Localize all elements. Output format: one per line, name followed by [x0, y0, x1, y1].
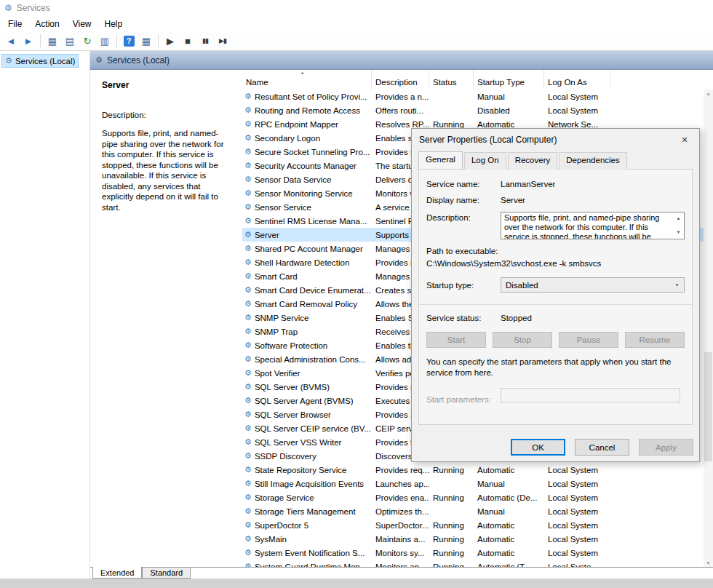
- menu-help[interactable]: Help: [98, 17, 130, 31]
- column-header-name[interactable]: Name▲: [242, 70, 372, 90]
- show-console-tree-icon[interactable]: ▦: [44, 33, 60, 49]
- path-label: Path to executable:: [426, 247, 685, 255]
- description-label: Description:: [102, 111, 234, 119]
- help-icon[interactable]: ?: [121, 33, 137, 49]
- service-icon: ⚙: [244, 202, 252, 212]
- service-name-value: LanmanServer: [501, 180, 555, 188]
- column-header-status[interactable]: Status: [429, 70, 474, 90]
- dialog-tabs: GeneralLog OnRecoveryDependencies: [412, 150, 699, 169]
- dialog-tab-log-on[interactable]: Log On: [464, 152, 506, 170]
- dialog-title: Server Properties (Local Computer): [419, 135, 557, 145]
- service-icon: ⚙: [244, 299, 252, 309]
- tree-item-services-local[interactable]: ⚙ Services (Local): [1, 54, 79, 68]
- dialog-description-box[interactable]: Supports file, print, and named-pipe sha…: [501, 212, 685, 239]
- service-icon: ⚙: [244, 562, 252, 567]
- start-parameters-input[interactable]: [501, 388, 680, 402]
- dialog-tab-general[interactable]: General: [418, 151, 463, 169]
- table-row[interactable]: ⚙Storage Tiers ManagementOptimizes th...…: [242, 504, 704, 518]
- column-header-description[interactable]: Description: [372, 70, 429, 90]
- service-description: Provides a n...: [372, 90, 429, 103]
- stop-button[interactable]: Stop: [493, 332, 552, 348]
- service-status: Running: [429, 546, 474, 560]
- scrollbar-thumb[interactable]: [704, 352, 712, 461]
- close-icon[interactable]: ×: [670, 129, 699, 150]
- table-row[interactable]: ⚙Routing and Remote AccessOffers routi..…: [242, 103, 704, 117]
- service-startup-type: Automatic: [474, 463, 544, 477]
- start-button[interactable]: Start: [426, 332, 486, 348]
- back-icon[interactable]: ◄: [3, 33, 19, 49]
- resume-button[interactable]: Resume: [625, 332, 685, 348]
- cancel-button[interactable]: Cancel: [575, 439, 629, 456]
- pause-button[interactable]: Pause: [559, 332, 618, 348]
- table-row[interactable]: ⚙SysMainMaintains a...RunningAutomaticLo…: [242, 532, 704, 546]
- service-name: Secure Socket Tunneling Pro...: [255, 148, 370, 156]
- service-status: [429, 477, 474, 490]
- service-name: Server: [255, 231, 279, 239]
- service-icon: ⚙: [244, 410, 252, 419]
- refresh-icon[interactable]: ↻: [79, 33, 95, 49]
- sort-caret-icon: ▲: [300, 71, 305, 75]
- service-log-on-as: Local System: [544, 518, 611, 532]
- start-service-icon[interactable]: ▶: [162, 33, 178, 49]
- column-header-startup-type[interactable]: Startup Type: [474, 70, 544, 90]
- scroll-down-icon[interactable]: ▼: [704, 560, 713, 565]
- menu-file[interactable]: File: [1, 17, 28, 31]
- service-name: Sensor Monitoring Service: [255, 189, 353, 198]
- service-name: Security Accounts Manager: [255, 162, 356, 170]
- service-name: Secondary Logon: [255, 134, 320, 143]
- properties-window-icon[interactable]: ▦: [138, 33, 154, 49]
- desc-scroll-up-icon[interactable]: ▲: [674, 214, 682, 223]
- startup-type-label: Startup type:: [426, 281, 501, 290]
- dialog-tab-dependencies[interactable]: Dependencies: [559, 152, 627, 170]
- scroll-up-icon[interactable]: ▲: [704, 91, 713, 96]
- startup-type-dropdown[interactable]: Disabled ▼: [501, 277, 685, 293]
- service-icon: ⚙: [244, 424, 252, 433]
- stop-service-icon[interactable]: ■: [180, 33, 196, 49]
- desc-scroll-down-icon[interactable]: ▼: [674, 228, 682, 237]
- service-icon: ⚙: [244, 341, 252, 350]
- window-titlebar: ⚙ Services: [0, 0, 713, 16]
- apply-button[interactable]: Apply: [639, 439, 693, 456]
- service-name: State Repository Service: [255, 466, 347, 474]
- service-name: Storage Service: [255, 493, 314, 502]
- service-icon: ⚙: [244, 437, 252, 447]
- menu-view[interactable]: View: [66, 17, 98, 31]
- table-row[interactable]: ⚙SuperDoctor 5SuperDoctor...RunningAutom…: [242, 518, 704, 532]
- restart-service-icon[interactable]: ▶▮: [215, 33, 231, 49]
- service-icon: ⚙: [244, 506, 252, 516]
- service-description: SuperDoctor...: [372, 518, 429, 532]
- service-startup-type: Automatic (De...: [474, 490, 544, 504]
- service-startup-type: Automatic: [474, 532, 544, 546]
- table-row[interactable]: ⚙System Event Notification S...Monitors …: [242, 546, 704, 560]
- table-row[interactable]: ⚙Still Image Acquisition EventsLaunches …: [242, 477, 704, 490]
- table-row[interactable]: ⚙State Repository ServiceProvides req...…: [242, 463, 704, 477]
- service-name: Resultant Set of Policy Provi...: [255, 92, 367, 101]
- pause-service-icon[interactable]: ▮▮: [197, 33, 213, 49]
- view-tab-extended[interactable]: Extended: [92, 567, 142, 579]
- service-name: SSDP Discovery: [255, 452, 316, 461]
- ok-button[interactable]: OK: [511, 439, 565, 456]
- service-status-label: Service status:: [426, 314, 501, 322]
- console-tree-panel: ⚙ Services (Local): [0, 51, 90, 579]
- help-docs-icon[interactable]: ▥: [97, 33, 113, 49]
- service-status: Running: [429, 532, 474, 546]
- service-startup-type: Automatic (T...: [474, 560, 544, 567]
- column-header-log-on-as[interactable]: Log On As: [544, 70, 611, 90]
- table-row[interactable]: ⚙System Guard Runtime Mon...Monitors an.…: [242, 560, 704, 567]
- dialog-tab-recovery[interactable]: Recovery: [508, 152, 558, 170]
- table-row[interactable]: ⚙Storage ServiceProvides ena...RunningAu…: [242, 490, 704, 504]
- service-name: Software Protection: [255, 341, 327, 350]
- service-icon: ⚙: [244, 313, 252, 322]
- table-row[interactable]: ⚙Resultant Set of Policy Provi...Provide…: [242, 90, 704, 103]
- export-list-icon[interactable]: ▤: [62, 33, 78, 49]
- start-parameters-label: Start parameters:: [426, 395, 501, 404]
- view-tab-standard[interactable]: Standard: [142, 568, 191, 579]
- tree-item-label: Services (Local): [15, 57, 75, 65]
- forward-icon[interactable]: ►: [20, 33, 36, 49]
- service-startup-type: Automatic: [474, 518, 544, 532]
- window-bottom-strip: [0, 579, 713, 588]
- vertical-scrollbar[interactable]: ▲ ▼: [704, 90, 713, 567]
- service-icon: ⚙: [244, 188, 252, 198]
- menu-action[interactable]: Action: [28, 17, 65, 31]
- service-name: SuperDoctor 5: [255, 521, 308, 530]
